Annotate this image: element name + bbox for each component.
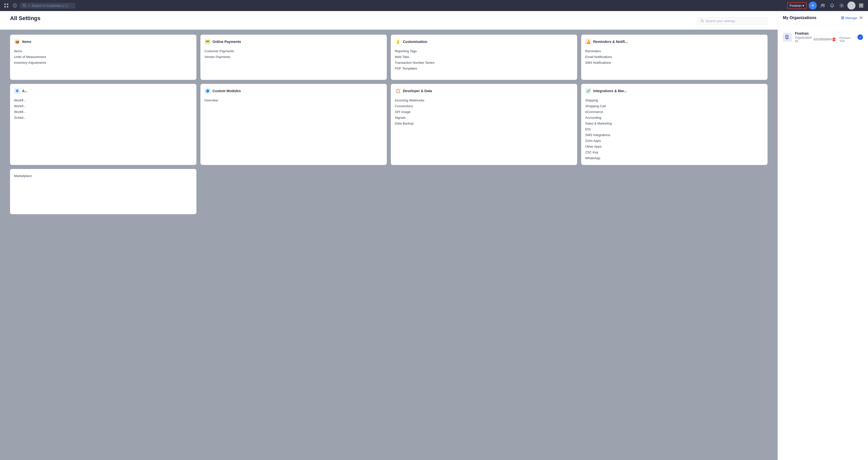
settings-search-placeholder: Search your settings bbox=[706, 19, 735, 23]
svg-point-7 bbox=[823, 4, 825, 5]
link-accounting[interactable]: Accounting bbox=[585, 115, 764, 121]
settings-cards-grid: 📦 Items Items Units of Measurement Inven… bbox=[0, 30, 778, 219]
settings-search-icon bbox=[701, 19, 704, 23]
link-marketplace[interactable]: Marketplace bbox=[14, 173, 192, 179]
close-org-panel-button[interactable]: ✕ bbox=[859, 15, 863, 21]
link-customer-payments[interactable]: Customer Payments bbox=[205, 48, 383, 54]
link-web-tabs[interactable]: Web Tabs bbox=[395, 54, 573, 60]
premium-badge: Premium Trial bbox=[839, 36, 855, 42]
apps-grid-icon[interactable] bbox=[858, 2, 865, 9]
link-units[interactable]: Units of Measurement bbox=[14, 54, 192, 60]
settings-card-custom-modules: 🔷 Custom Modules Overview bbox=[200, 84, 387, 165]
card-header-customisation: 💡 Customisation bbox=[395, 39, 573, 45]
card-header-integrations: 🔗 Integrations & Mar... bbox=[585, 88, 764, 94]
svg-rect-17 bbox=[862, 6, 863, 7]
org-meta: Organization ID: 60030856964 ⧉ · Premium… bbox=[795, 36, 855, 43]
link-vendor-payments[interactable]: Vendor Payments bbox=[205, 54, 383, 60]
add-button[interactable]: + bbox=[809, 1, 817, 9]
svg-rect-21 bbox=[786, 35, 788, 39]
items-icon: 📦 bbox=[14, 39, 20, 45]
org-id-value: 60030856964 bbox=[813, 38, 832, 41]
link-overview[interactable]: Overview bbox=[205, 97, 383, 103]
svg-point-6 bbox=[821, 4, 823, 5]
card-header-items: 📦 Items bbox=[14, 39, 192, 45]
manage-label: Manage bbox=[845, 16, 857, 20]
link-shopping-cart[interactable]: Shopping Cart bbox=[585, 103, 764, 109]
link-reminders[interactable]: Reminders bbox=[585, 48, 764, 54]
card-header-automation: ⚙ A... bbox=[14, 88, 192, 94]
org-id-label: Organization ID: bbox=[795, 36, 813, 43]
link-transaction-number-series[interactable]: Transaction Number Series bbox=[395, 60, 573, 66]
reminders-title: Reminders & Notifi... bbox=[593, 40, 628, 44]
link-workfl-1[interactable]: Workfl... bbox=[14, 97, 192, 103]
link-signals[interactable]: Signals bbox=[395, 115, 573, 121]
link-sales-marketing[interactable]: Sales & Marketing bbox=[585, 121, 764, 126]
link-email-notifications[interactable]: Email Notifications bbox=[585, 54, 764, 60]
settings-card-automation: ⚙ A... Workfl... Workfl... Workfl... Sch… bbox=[10, 84, 196, 165]
link-connections[interactable]: Connections bbox=[395, 103, 573, 109]
active-check-icon: ✓ bbox=[858, 34, 863, 40]
org-name-label: Fivetran bbox=[789, 4, 801, 7]
svg-rect-1 bbox=[7, 3, 8, 5]
org-panel: My Organizations Manage ✕ bbox=[778, 11, 868, 460]
custom-modules-title: Custom Modules bbox=[213, 89, 241, 93]
automation-icon: ⚙ bbox=[14, 88, 20, 94]
link-other-apps[interactable]: Other Apps bbox=[585, 144, 764, 150]
link-inventory[interactable]: Inventory Adjustments bbox=[14, 60, 192, 66]
link-sms-integrations[interactable]: SMS Integrations bbox=[585, 132, 764, 138]
svg-rect-13 bbox=[861, 5, 862, 6]
link-shipping[interactable]: Shipping bbox=[585, 97, 764, 103]
link-workfl-3[interactable]: Workfl... bbox=[14, 109, 192, 115]
settings-card-customisation: 💡 Customisation Reporting Tags Web Tabs … bbox=[391, 35, 577, 80]
link-webhooks[interactable]: Incoming Webhooks bbox=[395, 97, 573, 103]
contacts-icon[interactable] bbox=[819, 2, 826, 9]
link-items[interactable]: Items bbox=[14, 48, 192, 54]
link-reporting-tags[interactable]: Reporting Tags bbox=[395, 48, 573, 54]
online-payments-title: Online Payments bbox=[213, 40, 241, 44]
search-bar: ▾ bbox=[20, 3, 75, 8]
items-title: Items bbox=[22, 40, 31, 44]
link-zoho-apps[interactable]: Zoho Apps bbox=[585, 138, 764, 144]
link-data-backup[interactable]: Data Backup bbox=[395, 121, 573, 126]
online-payments-icon: 💳 bbox=[205, 39, 211, 45]
card-header-custom-modules: 🔷 Custom Modules bbox=[205, 88, 383, 94]
org-item[interactable]: Fivetran Organization ID: 60030856964 ⧉ … bbox=[783, 29, 863, 45]
integrations-icon: 🔗 bbox=[585, 88, 591, 94]
settings-card-developer: 📋 Developer & Data Incoming Webhooks Con… bbox=[391, 84, 577, 165]
settings-card-marketplace: Marketplace bbox=[10, 169, 196, 214]
apps-icon[interactable] bbox=[3, 2, 9, 9]
settings-search-bar[interactable]: Search your settings bbox=[697, 17, 768, 25]
manage-icon bbox=[841, 16, 844, 20]
svg-rect-11 bbox=[862, 3, 863, 5]
card-header-developer: 📋 Developer & Data bbox=[395, 88, 573, 94]
search-input[interactable] bbox=[32, 4, 72, 7]
copy-id-icon[interactable]: ⧉ bbox=[833, 38, 835, 41]
link-ecommerce[interactable]: eCommerce bbox=[585, 109, 764, 115]
org-list: Fivetran Organization ID: 60030856964 ⧉ … bbox=[778, 25, 868, 50]
settings-icon[interactable] bbox=[838, 2, 845, 9]
org-name: Fivetran bbox=[795, 31, 855, 35]
link-whatsapp[interactable]: WhatsApp bbox=[585, 155, 764, 161]
svg-rect-15 bbox=[859, 6, 861, 7]
org-info: Fivetran Organization ID: 60030856964 ⧉ … bbox=[795, 31, 855, 43]
org-panel-actions: Manage ✕ bbox=[841, 15, 863, 21]
avatar[interactable] bbox=[847, 1, 856, 9]
automation-title: A... bbox=[22, 89, 28, 93]
search-dropdown-icon[interactable]: ▾ bbox=[28, 4, 30, 7]
recent-icon[interactable] bbox=[11, 2, 18, 9]
org-selector-button[interactable]: Fivetran ▾ bbox=[787, 2, 807, 9]
svg-point-5 bbox=[23, 4, 25, 6]
link-sched[interactable]: Sched... bbox=[14, 115, 192, 121]
notifications-icon[interactable] bbox=[828, 2, 836, 9]
link-api-usage[interactable]: API Usage bbox=[395, 109, 573, 115]
svg-rect-10 bbox=[861, 3, 862, 5]
settings-area: All Settings Search your settings 📦 Item… bbox=[0, 11, 778, 460]
svg-rect-14 bbox=[862, 5, 863, 6]
link-edi[interactable]: EDI bbox=[585, 126, 764, 132]
link-workfl-2[interactable]: Workfl... bbox=[14, 103, 192, 109]
link-pdf-templates[interactable]: PDF Templates bbox=[395, 66, 573, 71]
link-sms-notifications[interactable]: SMS Notifications bbox=[585, 60, 764, 66]
org-logo bbox=[783, 33, 792, 42]
link-zsc-key[interactable]: ZSC Key bbox=[585, 150, 764, 155]
manage-link[interactable]: Manage bbox=[841, 16, 857, 20]
